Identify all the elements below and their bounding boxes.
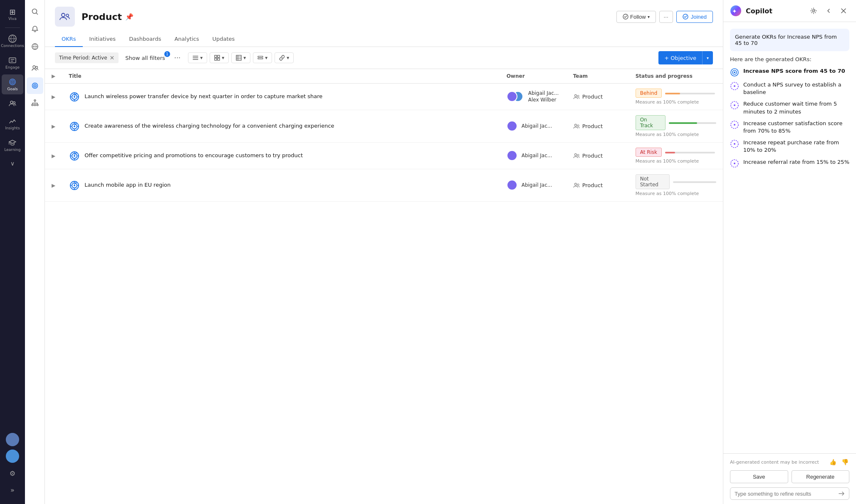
nav-item-viva[interactable]: ⊞ Viva (2, 5, 23, 24)
engage-icon (8, 56, 17, 64)
view-list-button[interactable]: ▾ (188, 52, 207, 63)
svg-rect-22 (215, 55, 217, 57)
view-table-button[interactable]: ▾ (231, 52, 250, 63)
follow-button[interactable]: Follow ▾ (616, 11, 656, 23)
back-icon (825, 7, 832, 14)
team-icon-sm (573, 182, 580, 189)
copilot-back-button[interactable] (823, 5, 834, 17)
toolbar-more-button[interactable]: ··· (172, 52, 183, 64)
tab-updates[interactable]: Updates (205, 32, 241, 47)
joined-button[interactable]: Joined (676, 11, 713, 23)
time-period-filter[interactable]: Time Period: Active ✕ (55, 52, 119, 63)
thumbs-down-button[interactable]: 👎 (841, 458, 849, 466)
sidebar-item-notifications[interactable] (27, 21, 43, 37)
grid-icon (214, 55, 220, 61)
svg-point-18 (62, 13, 65, 17)
thumbs-up-button[interactable]: 👍 (829, 458, 837, 466)
row-expand[interactable]: ▶ (45, 84, 62, 110)
objective-icon (69, 91, 80, 103)
svg-rect-24 (215, 58, 217, 60)
table-container: ▶ Title Owner Team Status and progress ▶ (45, 69, 723, 504)
copilot-close-button[interactable] (838, 5, 849, 17)
okr-sub-icon (730, 159, 739, 168)
svg-point-62 (734, 143, 735, 145)
objective-btn-dropdown[interactable]: ▾ (703, 53, 713, 63)
svg-point-9 (33, 66, 35, 68)
row-expand[interactable]: ▶ (45, 143, 62, 169)
row-owner: Abigail Jac... (500, 110, 567, 143)
tab-analytics[interactable]: Analytics (168, 32, 205, 47)
row-expand[interactable]: ▶ (45, 110, 62, 143)
status-badge: On Track (636, 115, 666, 130)
sidebar-item-globe[interactable] (27, 38, 43, 55)
status-badge: Behind (636, 89, 662, 98)
sidebar-item-people[interactable] (27, 60, 43, 77)
row-title: Launch mobile app in EU region (62, 169, 500, 202)
svg-point-41 (74, 155, 75, 157)
chevron-down-icon: ▾ (707, 56, 709, 60)
copilot-response-label: Here are the generated OKRs: (730, 56, 849, 62)
sidebar-item-search[interactable] (27, 3, 43, 20)
svg-point-43 (577, 154, 579, 156)
nav-expand[interactable]: » (2, 484, 23, 496)
copilot-save-button[interactable]: Save (730, 470, 788, 483)
nav-item-connections[interactable]: Connections (2, 31, 23, 51)
expand-all-icon[interactable]: ▶ (52, 73, 55, 79)
avatar-2[interactable] (6, 450, 19, 463)
tab-dashboards[interactable]: Dashboards (122, 32, 168, 47)
objective-icon (69, 180, 80, 191)
nav-item-chevron[interactable]: ∨ (2, 157, 23, 170)
svg-rect-15 (32, 104, 33, 106)
add-objective-button[interactable]: + Objective ▾ (658, 51, 713, 64)
nav-item-insights[interactable]: Insights (2, 114, 23, 133)
row-expand[interactable]: ▶ (45, 169, 62, 202)
view-grid-button[interactable]: ▾ (210, 52, 229, 63)
nav-item-learning[interactable]: Learning (2, 135, 23, 155)
more-button[interactable]: ··· (659, 11, 673, 23)
copilot-prompt: Generate OKRs for Increase NPS from 45 t… (730, 29, 849, 51)
avatar-1[interactable] (6, 433, 19, 446)
nav-item-goals[interactable]: Goals (2, 74, 23, 94)
svg-point-4 (12, 82, 13, 83)
view-more-button[interactable]: ▾ (253, 52, 272, 63)
svg-point-6 (13, 102, 15, 104)
insights-label: Insights (5, 126, 20, 130)
status-badge: At Risk (636, 148, 662, 157)
nav-item-settings[interactable]: ⚙ (2, 466, 23, 481)
nav-item-engage[interactable]: Engage (2, 53, 23, 73)
team-icon (55, 7, 75, 27)
view-label: ▾ (200, 55, 203, 61)
nav-item-people[interactable] (2, 96, 23, 112)
nav-divider (5, 27, 20, 28)
remove-filter-icon[interactable]: ✕ (110, 54, 115, 61)
tab-okrs[interactable]: OKRs (55, 32, 83, 47)
settings-icon (810, 7, 817, 14)
svg-rect-1 (9, 58, 16, 63)
view-link-button[interactable]: ▾ (275, 52, 294, 63)
svg-rect-16 (34, 104, 36, 106)
show-all-filters-button[interactable]: Show all filters 1 (122, 53, 168, 63)
main-content: Product 📌 Follow ▾ ··· Joined (45, 0, 723, 504)
row-status: Behind Measure as 100% complete (629, 84, 723, 110)
svg-point-32 (574, 94, 576, 96)
svg-point-56 (734, 85, 735, 87)
follow-chevron-icon: ▾ (648, 15, 650, 19)
tab-initiatives[interactable]: Initiatives (83, 32, 123, 47)
copilot-input-row (730, 487, 849, 500)
svg-rect-17 (37, 104, 38, 106)
copilot-send-button[interactable] (838, 490, 845, 497)
sidebar-item-hierarchy[interactable] (27, 95, 43, 111)
close-icon (840, 7, 847, 14)
copilot-settings-button[interactable] (808, 5, 819, 17)
page-title: Product 📌 (82, 12, 134, 22)
add-objective-main[interactable]: + Objective (658, 52, 702, 64)
expand-icon: » (10, 486, 15, 494)
copilot-okr-item: Increase NPS score from 45 to 70 (730, 67, 849, 77)
copilot-refine-input[interactable] (735, 491, 835, 497)
learning-label: Learning (4, 148, 20, 152)
table-row: ▶ Offer competitive pricing and promotio… (45, 143, 723, 169)
sidebar-item-goals[interactable] (27, 77, 43, 94)
layers-icon (257, 55, 263, 61)
row-team: Product (567, 84, 629, 110)
copilot-regenerate-button[interactable]: Regenerate (792, 470, 850, 483)
